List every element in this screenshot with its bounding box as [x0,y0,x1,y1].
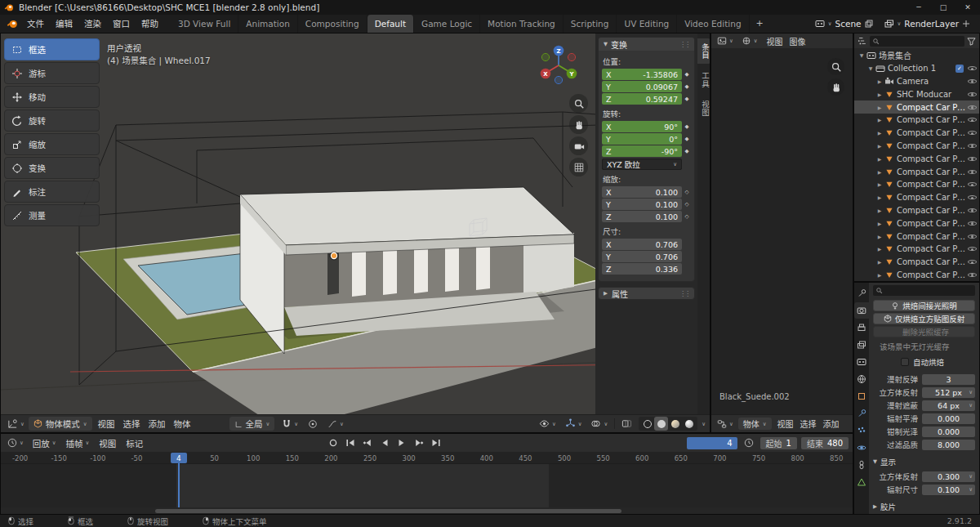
zoom-icon[interactable] [569,94,588,113]
minimize-button[interactable]: ─ [906,0,931,15]
menu-item[interactable]: 选择 [797,418,820,430]
play-button[interactable] [394,436,410,449]
menu-item[interactable]: 窗口 [107,15,136,33]
workspace-tab[interactable]: Game Logic [414,15,480,33]
outliner-row[interactable]: ▶ Compact Car Part ✓ [854,230,979,243]
expand-arrow-icon[interactable]: ▶ [875,221,884,226]
visibility-eye-icon[interactable] [967,257,977,266]
menu-item[interactable]: 标记 ∨ [121,437,148,449]
shading-dropdown-icon[interactable]: ∨ [702,421,706,427]
jump-to-next-keyframe-button[interactable] [411,436,427,449]
jump-to-prev-keyframe-button[interactable] [359,436,376,449]
menu-item[interactable]: 文件 [21,15,50,33]
snap-magnet-icon[interactable]: ∨ [279,419,301,429]
maximize-button[interactable]: □ [931,0,956,15]
object-name[interactable]: Compact Car Part [897,167,967,176]
expand-arrow-icon[interactable]: ▶ [875,181,884,187]
transform-panel-header[interactable]: ▼ 变换 ⋮⋮ [599,38,694,51]
outliner-row[interactable]: ▶ Compact Car Part ✓ [854,114,979,127]
visibility-eye-icon[interactable] [967,206,977,215]
mode-dropdown[interactable]: 物体模式 ∨ [29,417,92,431]
timeline-body[interactable] [1,464,853,507]
outliner-row[interactable]: ▶ Compact Car Part ✓ [854,127,979,140]
gizmos-dropdown-icon[interactable]: ∨ [563,418,585,429]
object-name[interactable]: Compact Car Part [897,103,967,112]
menu-item[interactable]: 添加 [820,418,843,430]
expand-arrow-icon[interactable]: ▶ [875,208,884,213]
orientation-dropdown[interactable]: 全局 ∨ [229,417,275,431]
shader-type-dropdown[interactable]: 物体 ∨ [738,418,772,430]
keyframe-decorator-icon[interactable]: ◇ [683,189,691,195]
object-name[interactable]: Compact Car Part [897,206,967,215]
workspace-tab[interactable]: Animation [238,15,298,33]
visibility-eye-icon[interactable] [967,270,977,279]
playhead[interactable] [178,462,180,507]
dimension-field[interactable]: Z0.336 [602,263,682,275]
view-layer[interactable] [854,337,869,353]
xray-toggle-icon[interactable] [619,418,635,429]
jump-to-end-button[interactable] [428,436,444,449]
blender-menu-icon[interactable] [3,15,21,33]
outliner-row[interactable]: ▶ Compact Car Part ✓ [854,165,979,178]
playhead-badge[interactable]: 4 [171,453,187,463]
keyframe-decorator-icon[interactable]: ◇ [683,201,691,208]
expand-arrow-icon[interactable]: ▶ [875,194,884,200]
film-section-header[interactable]: ▶ 胶片 [873,501,975,512]
visibility-eye-icon[interactable] [967,154,977,163]
visibility-eye-icon[interactable] [967,219,977,228]
object-name[interactable]: Compact Car Part [897,244,967,253]
visibility-eye-icon[interactable] [967,77,977,86]
keyframe-decorator-icon[interactable]: ◆ [683,71,691,78]
object-name[interactable]: 场景集合 [879,49,977,61]
menu-item[interactable]: 视图 [764,35,786,47]
visibility-eye-icon[interactable] [967,103,977,112]
menu-item[interactable]: 视图 [774,418,797,430]
expand-arrow-icon[interactable]: ▶ [875,246,884,252]
render[interactable] [854,302,869,319]
menu-item[interactable]: 视图 ∨ [94,437,121,449]
display-section-header[interactable]: ▼ 显示 [873,456,975,467]
tool-button[interactable]: 缩放 [4,133,100,155]
rotation-field[interactable]: Z-90° [602,145,682,157]
menu-item[interactable]: 选择 [119,418,145,430]
auto-bake-checkbox[interactable] [901,358,909,366]
menu-item[interactable]: 编辑 [50,15,78,33]
expand-arrow-icon[interactable]: ▼ [858,52,866,58]
particles[interactable] [854,422,869,439]
visibility-eye-icon[interactable] [967,90,977,99]
object-name[interactable]: Camera [897,77,967,86]
shading-rendered-button[interactable] [682,417,696,431]
preview-range-icon[interactable] [742,438,756,448]
dimension-field[interactable]: X0.706 [602,239,682,250]
object-data[interactable] [854,474,869,490]
menu-item[interactable]: 添加 [145,418,170,430]
rotation-mode-dropdown[interactable]: XYZ 欧拉 ∨ [602,159,682,170]
add-workspace-button[interactable]: + [750,15,770,33]
outliner-row[interactable]: ▶ Camera ✓ [854,75,979,88]
properties-search-input[interactable] [873,285,975,296]
keyframe-decorator-icon[interactable]: ◆ [683,123,691,130]
visibility-eye-icon[interactable] [967,232,977,241]
workspace-tab[interactable]: Motion Tracking [480,15,564,33]
tool-button[interactable]: 变换 [4,157,100,179]
falloff-dropdown-icon[interactable]: ∨ [325,419,346,429]
outliner-row[interactable]: ▶ Compact Car Part ✓ [854,140,979,153]
outliner-row[interactable]: ▶ Compact Car Part ✓ [854,256,979,269]
workspace-tab[interactable]: Scripting [564,15,617,33]
scale-field[interactable]: Y0.100 [602,199,682,210]
bake-button[interactable]: 烘焙间接光照明 [873,300,975,311]
workspace-tab[interactable]: UV Editing [617,15,677,33]
object-name[interactable]: Compact Car Part [897,219,967,228]
zoom-icon[interactable] [827,58,844,75]
record-button[interactable] [325,436,341,449]
object-name[interactable]: Compact Car Part [897,141,967,150]
collection-checkbox[interactable]: ✓ [956,65,964,73]
timeline-track-area[interactable]: -200-150-100-505010015020025030035040045… [1,452,853,514]
navigation-gizmo[interactable]: Z Y X [537,43,581,87]
outliner-row[interactable]: ▶ Compact Car Part ✓ [854,191,979,204]
menu-item[interactable]: 渲染 [78,15,107,33]
constraints[interactable] [854,457,869,473]
outliner-row[interactable]: ▶ Compact Car Part ✓ [854,204,979,217]
object-name[interactable]: Collection 1 [888,64,956,73]
tool-button[interactable]: 测量 [4,204,100,226]
